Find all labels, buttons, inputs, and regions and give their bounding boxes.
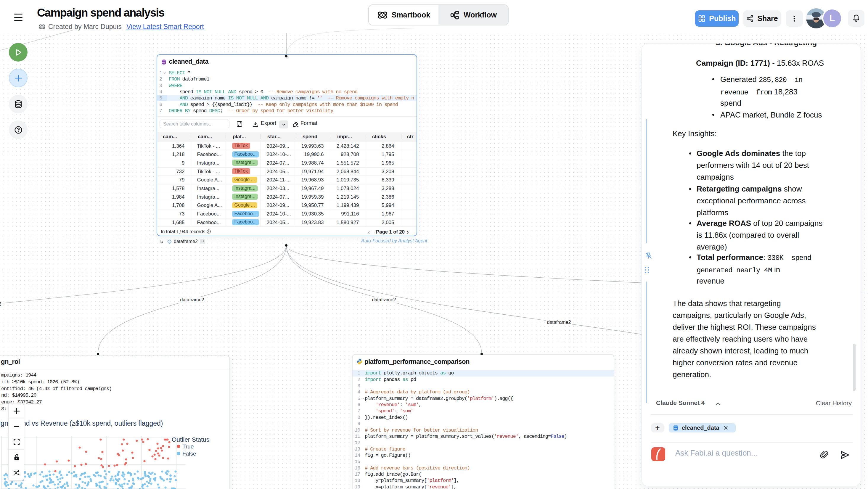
svg-text:SQL: SQL [674, 428, 678, 429]
svg-text:SQL: SQL [162, 62, 166, 64]
